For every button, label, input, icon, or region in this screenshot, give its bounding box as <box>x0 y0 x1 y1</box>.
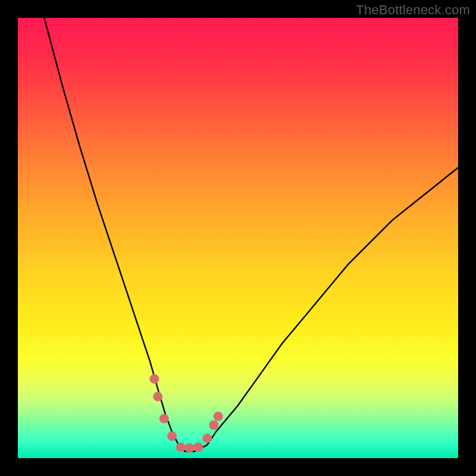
highlight-marker <box>202 434 212 443</box>
bottleneck-curve-path <box>44 18 458 452</box>
highlight-marker <box>159 414 169 423</box>
watermark-text: TheBottleneck.com <box>356 2 470 18</box>
highlight-marker <box>185 443 195 453</box>
plot-area <box>18 18 458 458</box>
highlight-marker <box>209 421 218 430</box>
highlight-marker <box>176 443 186 452</box>
highlight-marker <box>167 431 177 441</box>
chart-svg <box>18 18 458 458</box>
highlight-marker <box>149 374 159 384</box>
highlight-marker <box>214 412 223 421</box>
marker-group <box>149 374 223 453</box>
chart-frame: TheBottleneck.com <box>0 0 476 476</box>
highlight-marker <box>153 392 162 401</box>
highlight-marker <box>193 443 203 452</box>
